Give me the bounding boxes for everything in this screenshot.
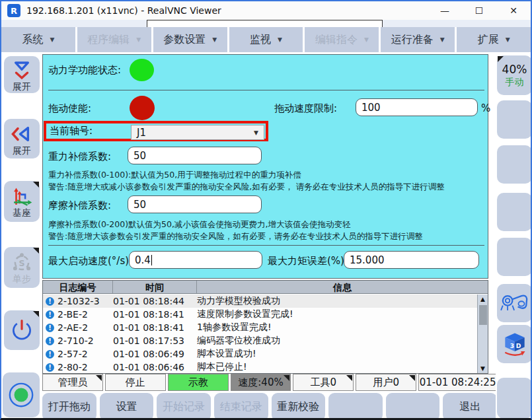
window-controls: — ☐ ✕ (428, 1, 531, 20)
info-icon: ! (46, 337, 54, 345)
scrollbar-thumb[interactable] (479, 305, 487, 325)
log-row[interactable]: ! 2-BE-2 01-01 08:18:41 速度限制参数设置完成! (43, 308, 477, 321)
blank-side-button[interactable] (497, 100, 532, 139)
menu-extension[interactable]: 扩展 ▼ (457, 27, 531, 52)
log-row[interactable]: ! 2-57-2 01-01 08:06:49 脚本设置成功! (43, 347, 477, 361)
coordinate-axes-icon (11, 186, 33, 207)
drag-speed-limit-value: 100 (361, 102, 381, 114)
log-time: 01-01 08:06:46 (113, 362, 197, 372)
expand-left-label: 展开 (13, 146, 31, 155)
max-torque-error-input[interactable]: 15.000 (344, 251, 479, 269)
status-user-frame[interactable]: 用户0 (356, 374, 416, 391)
text-cursor (151, 255, 152, 265)
log-table: 日志编号 时间 信息 ! 2-1032-3 01-01 08:18:44 动力学… (42, 280, 488, 374)
max-torque-error-label: 最大力矩误差(%): (268, 255, 348, 267)
divider (48, 245, 484, 246)
menu-label: 系统 (22, 33, 43, 47)
open-drag-button[interactable]: 打开拖动 (42, 393, 96, 420)
log-id: 2-710-2 (57, 335, 113, 346)
speed-mode-button[interactable]: 40% 手动 (497, 55, 532, 95)
blank-side-button[interactable] (497, 378, 532, 419)
percent-unit: % (481, 102, 490, 114)
blank-button[interactable] (328, 393, 383, 420)
base-frame-button[interactable]: 基座 (4, 181, 40, 222)
divider (48, 90, 484, 90)
expand-down-label: 展开 (13, 82, 31, 91)
status-tool[interactable]: 工具0 (293, 374, 354, 391)
status-role[interactable]: 管理员 (42, 374, 103, 391)
realvnc-logo-icon: R (7, 4, 20, 17)
menu-label: 监视 (250, 33, 271, 47)
settings-button[interactable]: 设置 (100, 393, 154, 420)
end-record-button: 结束记录 (214, 393, 268, 420)
expand-left-button[interactable]: 展开 (4, 119, 40, 158)
drag-speed-limit-input[interactable]: 100 (356, 98, 478, 116)
menu-label: 程序编辑 (87, 33, 130, 47)
svg-text:D: D (515, 342, 521, 349)
blank-side-button[interactable] (497, 193, 532, 231)
max-start-speed-label: 最大启动速度(°/s): (48, 255, 132, 267)
close-icon[interactable]: ✕ (496, 1, 531, 20)
log-scrollbar[interactable]: ▲ ▼ (477, 295, 488, 373)
info-icon: ! (46, 297, 54, 306)
button-label: 重新校验 (277, 400, 319, 414)
log-row[interactable]: ! 2-1032-3 01-01 08:18:44 动力学模型校验成功 (43, 295, 477, 308)
blank-side-button[interactable] (497, 145, 532, 184)
status-run-state[interactable]: 停止 (105, 374, 166, 391)
log-id: 2-80-2 (57, 362, 113, 372)
jog-controller-button[interactable] (497, 284, 532, 322)
power-button[interactable] (4, 310, 40, 350)
menu-system[interactable]: 系统 ▼ (1, 27, 75, 52)
current-axis-label: 当前轴号: (50, 125, 93, 137)
menu-program-edit: 程序编辑 ▼ (77, 27, 151, 52)
menu-label: 参数设置 (163, 33, 206, 47)
max-start-speed-input[interactable]: 0.4 (129, 251, 262, 269)
current-axis-select[interactable]: J1 ▼ (131, 125, 264, 140)
menu-monitor[interactable]: 监视 ▼ (229, 27, 303, 52)
power-icon (10, 318, 34, 342)
chevron-down-icon: ▼ (278, 36, 282, 43)
button-label: 开始记录 (163, 400, 205, 414)
chevron-down-icon: ▼ (364, 36, 369, 43)
record-indicator-icon (7, 381, 35, 409)
log-time: 01-01 08:17:53 (113, 335, 197, 346)
log-time: 01-01 08:18:41 (113, 322, 197, 333)
scroll-down-icon[interactable]: ▼ (480, 364, 485, 373)
title-bar: R 192.168.1.201 (x11vnc) - RealVNC Viewe… (1, 1, 531, 20)
button-label: 设置 (116, 400, 137, 414)
current-axis-value: J1 (137, 127, 146, 139)
blank-side-button[interactable] (497, 238, 532, 276)
log-message: 脚本设置成功! (197, 348, 477, 360)
svg-text:3: 3 (510, 342, 513, 349)
log-row[interactable]: ! 2-710-2 01-01 08:17:53 编码器零位校准成功 (43, 334, 477, 347)
menu-parameter-settings[interactable]: 参数设置 ▼ (153, 27, 227, 52)
gravity-input[interactable]: 50 (128, 147, 262, 164)
log-table-body: ! 2-1032-3 01-01 08:18:44 动力学模型校验成功 ! 2-… (43, 295, 477, 373)
log-row[interactable]: ! 2-80-2 01-01 08:06:46 脚本已停止! (43, 361, 477, 374)
record-status-button[interactable] (3, 372, 40, 417)
status-speed[interactable]: 速度:40% (231, 374, 291, 391)
expand-down-button[interactable]: 展开 (4, 56, 40, 93)
exit-button[interactable]: 退出 (443, 393, 497, 420)
menu-edit-commands: 编辑指令 ▼ (305, 27, 379, 52)
view-3d-button[interactable]: 3 D (497, 325, 532, 363)
gravity-label: 重力补偿系数: (48, 151, 111, 163)
maximize-icon[interactable]: ☐ (462, 1, 496, 20)
minimize-icon[interactable]: — (428, 1, 462, 20)
scroll-up-icon[interactable]: ▲ (480, 295, 485, 304)
menu-label: 扩展 (478, 33, 499, 47)
status-mode[interactable]: 示教 (168, 374, 229, 391)
status-datetime: 01-01 08:24:25 (418, 374, 497, 391)
window-title: 192.168.1.201 (x11vnc) - RealVNC Viewer (26, 5, 221, 16)
status-run-state-label: 停止 (126, 376, 145, 389)
cube-3d-icon: 3 D (500, 330, 529, 359)
dynamics-status-indicator (130, 59, 154, 81)
friction-input[interactable]: 50 (128, 195, 262, 213)
status-bar: 管理员 停止 示教 速度:40% 工具0 用户0 01-01 08:24:25 (42, 374, 497, 391)
log-row[interactable]: ! 2-AE-2 01-01 08:18:41 1轴参数设置完成! (43, 321, 477, 334)
blank-button[interactable] (386, 393, 440, 420)
reverify-button[interactable]: 重新校验 (272, 393, 326, 420)
remote-screen-strip (1, 20, 531, 27)
speed-percent-label: 40% (502, 63, 527, 76)
menu-run-preparation[interactable]: 运行准备 ▼ (381, 27, 455, 52)
